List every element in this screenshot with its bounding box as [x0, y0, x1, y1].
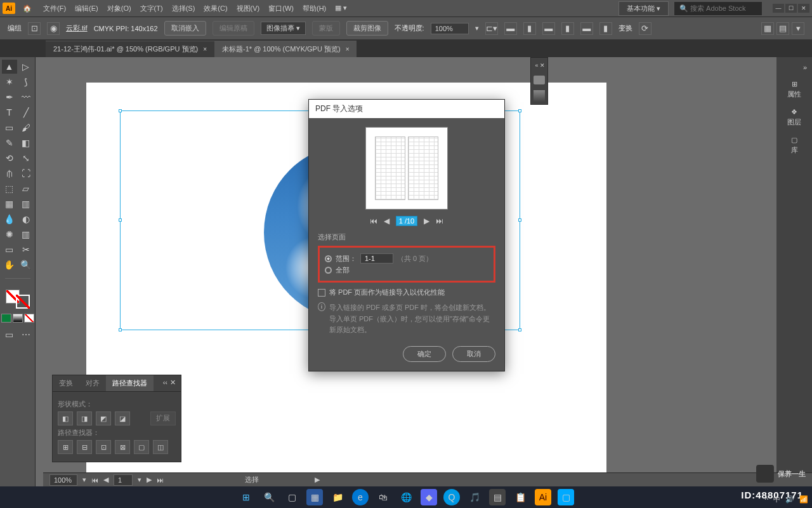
unite-icon[interactable]: ◧ [58, 411, 73, 425]
menu-window[interactable]: 窗口(W) [268, 4, 294, 13]
cancel-button[interactable]: 取消 [452, 346, 495, 362]
align-icon-3[interactable]: ▮ [523, 22, 536, 35]
minus-back-icon[interactable]: ◫ [153, 440, 168, 454]
minimize-button[interactable]: — [773, 4, 784, 13]
menu-edit[interactable]: 编辑(E) [75, 4, 98, 13]
range-radio[interactable] [325, 255, 332, 262]
nav-last-icon[interactable]: ⏭ [157, 476, 164, 484]
free-transform-tool[interactable]: ⛶ [18, 166, 34, 180]
toggle-fill-stroke[interactable] [5, 278, 30, 284]
start-icon[interactable]: ⊞ [238, 489, 254, 505]
isolate-icon[interactable]: ⟳ [639, 22, 652, 35]
eraser-tool[interactable]: ◧ [18, 136, 34, 150]
trim-icon[interactable]: ⊟ [77, 440, 92, 454]
search-stock-input[interactable]: 🔍 搜索 Adobe Stock [674, 1, 763, 16]
close-icon[interactable]: ✕ [170, 378, 176, 388]
gradient-tool[interactable]: ▥ [18, 197, 34, 211]
first-page-icon[interactable]: ⏮ [370, 217, 377, 225]
all-radio[interactable] [325, 267, 332, 274]
page-number-input[interactable]: 1 /10 [396, 216, 417, 226]
fill-stroke-indicator[interactable] [6, 290, 30, 309]
status-dropdown-icon[interactable]: ▶ [315, 476, 320, 484]
tab-pathfinder[interactable]: 路径查找器 [106, 375, 154, 391]
zoom-tool[interactable]: 🔍 [18, 258, 34, 272]
close-button[interactable]: ✕ [798, 4, 809, 13]
align-icon-7[interactable]: ▮ [599, 22, 612, 35]
link-icon[interactable]: ⊡ [28, 22, 41, 35]
transform-label[interactable]: 变换 [619, 23, 632, 33]
workspace-switcher[interactable]: 基本功能 ▾ [619, 1, 669, 16]
align-icon-2[interactable]: ▬ [504, 22, 517, 35]
mesh-tool[interactable]: ▦ [2, 197, 17, 211]
scale-tool[interactable]: ⤡ [18, 151, 34, 165]
widgets-icon[interactable]: ▦ [306, 489, 323, 505]
menu-select[interactable]: 选择(S) [172, 4, 195, 13]
chrome-icon[interactable]: 🌐 [398, 489, 414, 505]
graph-tool[interactable]: ▥ [18, 227, 34, 241]
range-input[interactable]: 1-1 [360, 253, 393, 264]
app-icon-4[interactable]: ▤ [489, 489, 506, 505]
nav-next-icon[interactable]: ▶ [147, 476, 152, 484]
app-icon-6[interactable]: ▢ [558, 489, 574, 505]
menu-type[interactable]: 文字(T) [140, 4, 163, 13]
merge-icon[interactable]: ⊡ [96, 440, 111, 454]
tab-align[interactable]: 对齐 [79, 375, 106, 391]
slice-tool[interactable]: ✂ [18, 243, 34, 257]
tab-document-1[interactable]: 21-12-王鸿伟-01.ai* @ 150% (RGB/GPU 预览)× [46, 41, 214, 57]
hand-tool[interactable]: ✋ [2, 258, 17, 272]
rectangle-tool[interactable]: ▭ [2, 121, 17, 135]
next-page-icon[interactable]: ▶ [424, 217, 429, 225]
explorer-icon[interactable]: 📁 [329, 489, 346, 505]
pathfinder-panel[interactable]: 变换 对齐 路径查找器 ‹‹✕ 形状模式： ◧ ◨ ◩ ◪ 扩展 路径查找器： … [52, 375, 181, 462]
close-icon[interactable]: « ✕ [535, 62, 545, 69]
align-icon-4[interactable]: ▬ [542, 22, 555, 35]
crop-pf-icon[interactable]: ⊠ [115, 440, 130, 454]
tab-transform[interactable]: 变换 [53, 375, 79, 391]
symbol-sprayer-tool[interactable]: ✺ [2, 227, 17, 241]
illustrator-taskbar-icon[interactable]: Ai [535, 489, 551, 505]
properties-panel-button[interactable]: ⊞属性 [787, 80, 801, 99]
arrange-icon[interactable]: ▦ ▾ [335, 4, 347, 13]
divide-icon[interactable]: ⊞ [58, 440, 73, 454]
rotate-tool[interactable]: ⟲ [2, 151, 17, 165]
last-page-icon[interactable]: ⏭ [436, 217, 443, 225]
embed-icon[interactable]: ◉ [47, 22, 60, 35]
nav-first-icon[interactable]: ⏮ [91, 476, 98, 484]
shaper-tool[interactable]: ✎ [2, 136, 17, 150]
zoom-dropdown-icon[interactable]: ▾ [82, 476, 86, 484]
eyedropper-tool[interactable]: 💧 [2, 212, 17, 226]
libraries-panel-button[interactable]: ▢库 [791, 136, 798, 155]
panel-icon-1[interactable]: ▦ [761, 22, 774, 35]
close-icon[interactable]: × [203, 46, 207, 53]
lasso-tool[interactable]: ⟆ [18, 75, 34, 89]
swatch-icon[interactable] [534, 90, 545, 102]
none-mode-swatch[interactable] [24, 314, 34, 323]
paintbrush-tool[interactable]: 🖌 [18, 121, 34, 135]
blend-tool[interactable]: ◐ [18, 212, 34, 226]
align-icon-5[interactable]: ▮ [561, 22, 574, 35]
edit-toolbar[interactable]: ⋯ [18, 328, 34, 342]
store-icon[interactable]: 🛍 [375, 489, 391, 505]
zoom-level[interactable]: 100% [49, 474, 77, 486]
menu-view[interactable]: 视图(V) [237, 4, 260, 13]
taskview-icon[interactable]: ▢ [284, 489, 300, 505]
layers-panel-button[interactable]: ❖图层 [787, 108, 801, 127]
screen-mode-tool[interactable]: ▭ [2, 328, 17, 342]
stroke-color[interactable] [16, 295, 30, 309]
app-icon-5[interactable]: 📋 [512, 489, 528, 505]
gradient-mode-swatch[interactable] [13, 314, 23, 323]
tab-document-2[interactable]: 未标题-1* @ 100% (CMYK/GPU 预览)× [214, 41, 357, 57]
close-icon[interactable]: × [346, 46, 350, 53]
floating-color-panel[interactable]: « ✕ [530, 57, 548, 105]
maximize-button[interactable]: ☐ [785, 4, 797, 13]
menu-help[interactable]: 帮助(H) [303, 4, 326, 13]
system-tray[interactable]: ^中🔊📶 [765, 495, 808, 504]
edge-icon[interactable]: e [352, 489, 369, 505]
artboard-number[interactable]: 1 [114, 474, 133, 486]
app-icon-1[interactable]: ◆ [421, 489, 437, 505]
cancel-embed-button[interactable]: 取消嵌入 [164, 21, 206, 36]
opacity-input[interactable]: 100% [431, 23, 469, 34]
minus-front-icon[interactable]: ◨ [77, 411, 92, 425]
perspective-tool[interactable]: ▱ [18, 182, 34, 196]
palette-icon[interactable] [534, 76, 545, 84]
